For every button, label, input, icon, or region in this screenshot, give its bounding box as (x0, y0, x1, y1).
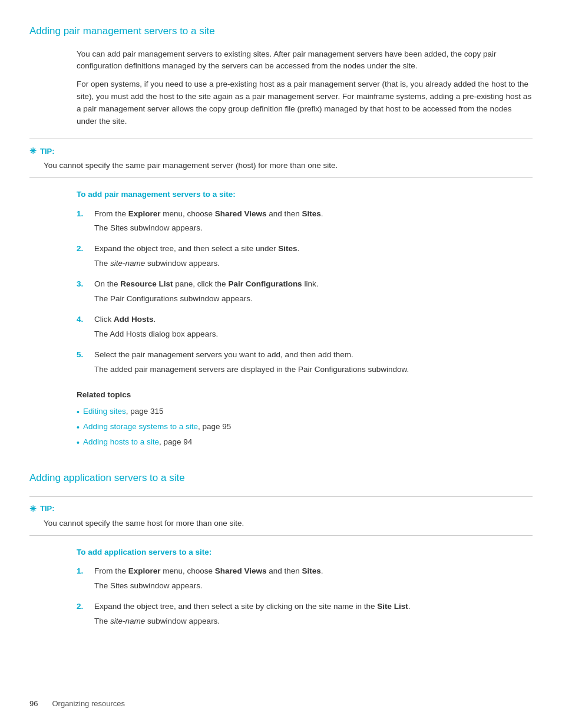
app-step-2: 2. Expand the object tree, and then sele… (77, 601, 533, 630)
step-1: 1. From the Explorer menu, choose Shared… (77, 208, 533, 238)
step-number-2: 2. (77, 243, 87, 272)
steps-list-pair-management: 1. From the Explorer menu, choose Shared… (77, 208, 533, 378)
step-number-5: 5. (77, 349, 87, 378)
step-number-1: 1. (77, 208, 87, 238)
procedure-block-app-servers: To add application servers to a site: 1.… (77, 546, 533, 630)
section-title-application-servers: Adding application servers to a site (29, 470, 533, 486)
tip-label: ✳ TIP: (29, 145, 533, 157)
related-topics-pair-management: Related topics • Editing sites, page 315… (77, 389, 533, 449)
related-link-1[interactable]: Editing sites, page 315 (83, 406, 164, 417)
app-step-main-2: Expand the object tree, and then select … (94, 601, 533, 613)
tip-label-text: TIP: (40, 146, 55, 157)
app-step-main-1: From the Explorer menu, choose Shared Vi… (94, 565, 533, 578)
app-step-content-1: From the Explorer menu, choose Shared Vi… (94, 565, 533, 595)
step-number-4: 4. (77, 314, 87, 343)
app-step-sub-2: The site-name subwindow appears. (94, 615, 533, 628)
step-sub-5: The added pair management servers are di… (94, 364, 533, 376)
step-content-4: Click Add Hosts. The Add Hosts dialog bo… (94, 314, 533, 343)
step-sub-2: The site-name subwindow appears. (94, 258, 533, 270)
tip-icon-app: ✳ (29, 503, 37, 515)
app-step-sub-1: The Sites subwindow appears. (94, 580, 533, 592)
related-link-3[interactable]: Adding hosts to a site, page 94 (83, 436, 192, 448)
step-sub-1: The Sites subwindow appears. (94, 222, 533, 235)
app-step-1: 1. From the Explorer menu, choose Shared… (77, 565, 533, 595)
related-list: • Editing sites, page 315 • Adding stora… (77, 406, 533, 449)
step-content-3: On the Resource List pane, click the Pai… (94, 278, 533, 308)
bullet-3: • (77, 437, 80, 449)
step-number-3: 3. (77, 278, 87, 308)
steps-list-app-servers: 1. From the Explorer menu, choose Shared… (77, 565, 533, 630)
step-sub-3: The Pair Configurations subwindow appear… (94, 293, 533, 305)
step-main-5: Select the pair management servers you w… (94, 349, 533, 361)
bullet-1: • (77, 406, 80, 419)
step-content-5: Select the pair management servers you w… (94, 349, 533, 378)
app-step-content-2: Expand the object tree, and then select … (94, 601, 533, 630)
related-link-2[interactable]: Adding storage systems to a site, page 9… (83, 421, 231, 433)
step-content-2: Expand the object tree, and then select … (94, 243, 533, 272)
tip-box-application-servers: ✳ TIP: You cannot specify the same host … (29, 496, 533, 536)
step-3: 3. On the Resource List pane, click the … (77, 278, 533, 308)
step-content-1: From the Explorer menu, choose Shared Vi… (94, 208, 533, 238)
step-5: 5. Select the pair management servers yo… (77, 349, 533, 378)
section-pair-management: Adding pair management servers to a site… (29, 24, 533, 449)
tip-box-pair-management: ✳ TIP: You cannot specify the same pair … (29, 139, 533, 178)
step-main-4: Click Add Hosts. (94, 314, 533, 326)
related-item-2: • Adding storage systems to a site, page… (77, 421, 533, 434)
step-2: 2. Expand the object tree, and then sele… (77, 243, 533, 272)
tip-text: You cannot specify the same pair managem… (44, 160, 533, 172)
app-step-number-2: 2. (77, 601, 87, 630)
page-footer: 96 Organizing resources (29, 698, 533, 710)
section-title-pair-management: Adding pair management servers to a site (29, 24, 533, 39)
footer-section-text: Organizing resources (52, 698, 125, 710)
step-main-1: From the Explorer menu, choose Shared Vi… (94, 208, 533, 220)
tip-icon: ✳ (29, 145, 37, 157)
intro-paragraph-2: For open systems, if you need to use a p… (77, 78, 533, 128)
procedure-block-pair-management: To add pair management servers to a site… (77, 189, 533, 449)
step-sub-4: The Add Hosts dialog box appears. (94, 328, 533, 341)
tip-text-app: You cannot specify the same host for mor… (44, 518, 533, 529)
related-topics-title: Related topics (77, 389, 533, 401)
step-main-2: Expand the object tree, and then select … (94, 243, 533, 255)
procedure-title-app-servers: To add application servers to a site: (77, 546, 533, 558)
procedure-title-pair-management: To add pair management servers to a site… (77, 189, 533, 200)
tip-label-text-app: TIP: (40, 503, 55, 515)
section-application-servers: Adding application servers to a site ✳ T… (29, 470, 533, 630)
related-item-1: • Editing sites, page 315 (77, 406, 533, 419)
footer-page-number: 96 (29, 698, 38, 710)
intro-paragraph-1: You can add pair management servers to e… (77, 48, 533, 73)
related-item-3: • Adding hosts to a site, page 94 (77, 436, 533, 449)
bullet-2: • (77, 421, 80, 434)
step-main-3: On the Resource List pane, click the Pai… (94, 278, 533, 291)
step-4: 4. Click Add Hosts. The Add Hosts dialog… (77, 314, 533, 343)
intro-block: You can add pair management servers to e… (77, 48, 533, 129)
app-step-number-1: 1. (77, 565, 87, 595)
tip-label-app: ✳ TIP: (29, 503, 533, 515)
